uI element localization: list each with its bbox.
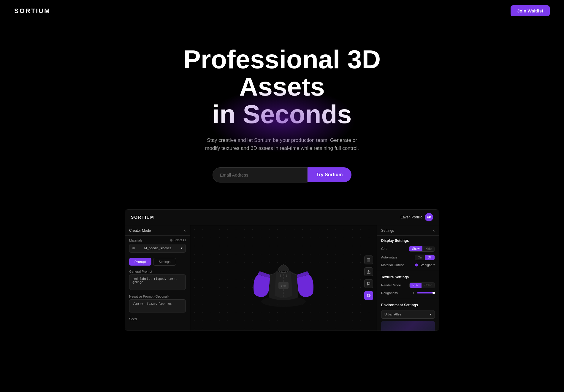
starlight-label: Starlight — [420, 263, 432, 267]
mockup-wrapper: SORTIUM Eaven Portillo EP Creator Mode ×… — [119, 209, 445, 331]
starlight-color-dot — [415, 264, 418, 266]
material-dropdown[interactable]: M_hoodie_sleeves ▾ — [129, 244, 186, 253]
canvas-icon-strip — [364, 255, 373, 300]
roughness-label: Roughness — [381, 291, 398, 295]
bookmark-icon-btn[interactable] — [364, 279, 373, 288]
app-mockup: SORTIUM Eaven Portillo EP Creator Mode ×… — [125, 209, 439, 331]
material-outline-row: Material Outline Starlight ▾ — [377, 262, 439, 268]
display-settings-title: Display Settings — [377, 236, 439, 245]
auto-rotate-on-opt[interactable]: On — [415, 255, 425, 260]
auto-rotate-label: Auto-rotate — [381, 255, 397, 259]
general-prompt-textarea[interactable]: red fabric, ripped, torn, grunge — [129, 274, 186, 290]
material-dot — [132, 247, 135, 249]
email-input[interactable] — [213, 167, 308, 182]
render-pbr-opt[interactable]: PBR — [410, 283, 422, 288]
environment-settings-title: Environment Settings — [377, 300, 439, 309]
auto-rotate-off-opt[interactable]: Off — [425, 255, 435, 260]
environment-value: Urban Alley — [384, 312, 401, 316]
svg-rect-6 — [367, 258, 370, 259]
environment-chevron: ▾ — [430, 312, 432, 316]
starlight-chevron: ▾ — [433, 263, 435, 266]
settings-gear-btn[interactable] — [364, 291, 373, 300]
materials-label: Materials — [129, 239, 142, 242]
auto-rotate-row: Auto-rotate On Off — [377, 253, 439, 262]
left-panel: Creator Mode × Materials Select All M_ho… — [125, 225, 190, 331]
settings-panel-close[interactable]: × — [432, 228, 435, 233]
grid-row: Grid Show Hide — [377, 245, 439, 253]
upload-icon-btn[interactable] — [364, 267, 373, 276]
creator-mode-header: Creator Mode × — [125, 225, 190, 236]
seed-label: Seed — [125, 316, 190, 322]
material-chevron: ▾ — [181, 246, 183, 250]
mockup-user-name: Eaven Portillo — [400, 215, 422, 219]
hero-section: Professional 3D Assets in Seconds Stay c… — [0, 22, 564, 200]
texture-settings-title: Texture Settings — [377, 272, 439, 281]
svg-rect-7 — [367, 260, 370, 261]
right-settings-panel: Settings × Display Settings Grid Show Hi… — [377, 225, 439, 331]
try-sortium-button[interactable]: Try Sortium — [308, 167, 352, 182]
mockup-user-info: Eaven Portillo EP — [400, 213, 433, 221]
roughness-row: Roughness 1 — [377, 290, 439, 296]
creator-mode-close[interactable]: × — [183, 228, 186, 233]
roughness-slider[interactable] — [417, 292, 435, 293]
general-prompt-label: General Prompt — [125, 268, 190, 274]
join-waitlist-button[interactable]: Join Waitlist — [511, 5, 550, 16]
render-color-opt[interactable]: Color — [422, 283, 435, 288]
settings-panel-title: Settings — [381, 228, 394, 233]
tab-row: Prompt Settings — [125, 255, 190, 268]
mockup-topbar: SORTIUM Eaven Portillo EP — [125, 210, 439, 225]
environment-dropdown[interactable]: Urban Alley ▾ — [381, 310, 435, 319]
prompt-tab[interactable]: Prompt — [129, 258, 151, 266]
material-name: M_hoodie_sleeves — [144, 246, 172, 250]
grid-toggle[interactable]: Show Hide — [409, 246, 435, 252]
roughness-slider-wrap: 1 — [400, 291, 435, 295]
hero-subtext: Stay creative and let Sortium be your pr… — [205, 136, 359, 152]
hero-headline: Professional 3D Assets in Seconds — [148, 46, 416, 128]
mockup-body: Creator Mode × Materials Select All M_ho… — [125, 225, 439, 331]
materials-section: Materials Select All M_hoodie_sleeves ▾ — [125, 236, 190, 255]
material-outline-control[interactable]: Starlight ▾ — [415, 263, 435, 267]
grid-hide-opt[interactable]: Hide — [422, 246, 435, 251]
center-canvas: SOR — [190, 225, 377, 331]
select-all[interactable]: Select All — [170, 239, 186, 242]
render-mode-row: Render Mode PBR Color — [377, 281, 439, 290]
grid-show-opt[interactable]: Show — [409, 246, 422, 251]
user-avatar: EP — [425, 213, 433, 221]
svg-point-9 — [368, 295, 369, 296]
creator-mode-title: Creator Mode — [129, 228, 151, 233]
mockup-logo: SORTIUM — [131, 215, 154, 220]
layers-icon-btn[interactable] — [364, 255, 373, 264]
grid-label: Grid — [381, 247, 387, 250]
divider-1 — [377, 270, 439, 270]
cta-row: Try Sortium — [6, 167, 558, 182]
neg-prompt-label: Negative Prompt (Optional) — [125, 293, 190, 299]
material-outline-label: Material Outline — [381, 263, 404, 267]
select-all-dot — [170, 239, 172, 242]
navbar: SORTIUM Join Waitlist — [0, 0, 564, 22]
render-mode-label: Render Mode — [381, 283, 401, 287]
roughness-slider-thumb[interactable] — [432, 292, 435, 294]
roughness-value: 1 — [412, 291, 415, 295]
settings-tab[interactable]: Settings — [153, 258, 176, 266]
auto-rotate-toggle[interactable]: On Off — [415, 255, 435, 260]
nav-logo: SORTIUM — [14, 7, 50, 15]
divider-2 — [377, 298, 439, 298]
materials-label-row: Materials Select All — [129, 239, 186, 242]
settings-panel-header: Settings × — [377, 225, 439, 236]
hoodie-3d-model: SOR — [249, 245, 318, 310]
environment-thumbnail — [381, 321, 435, 331]
neg-prompt-textarea[interactable]: blurry, fuzzy, low res — [129, 299, 186, 312]
svg-rect-8 — [367, 261, 370, 262]
render-mode-toggle[interactable]: PBR Color — [409, 283, 435, 288]
